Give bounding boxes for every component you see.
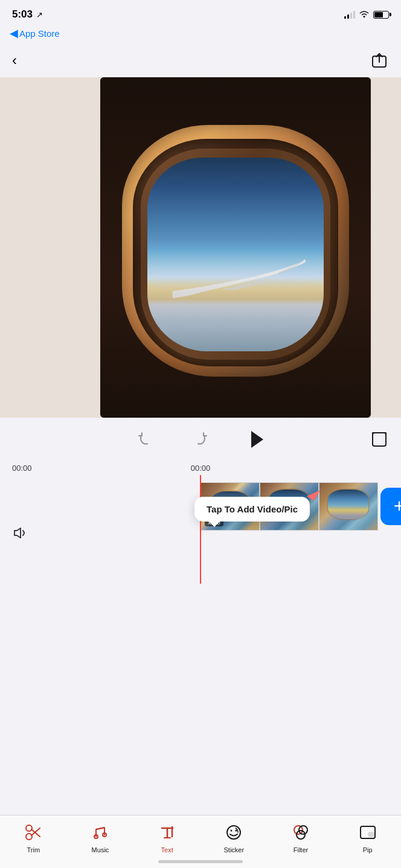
filter-icon (290, 822, 312, 843)
toolbar-item-filter[interactable]: Filter (277, 822, 325, 854)
text-label: Text (161, 846, 173, 854)
volume-svg (12, 526, 29, 540)
svg-point-3 (26, 834, 32, 840)
redo-icon (192, 431, 209, 448)
sticker-label: Sticker (223, 846, 244, 854)
toolbar-item-music[interactable]: Music (76, 822, 124, 854)
svg-point-4 (26, 825, 32, 831)
toolbar-item-trim[interactable]: Trim (9, 822, 57, 854)
signal-bar-2 (347, 14, 349, 19)
location-icon: ↗ (36, 10, 43, 19)
play-triangle-icon (251, 431, 263, 448)
tooltip-text: Tap To Add Video/Pic (207, 504, 298, 514)
trim-icon (22, 822, 44, 843)
trim-label: Trim (27, 846, 40, 854)
appstore-back-label[interactable]: App Store (19, 28, 60, 39)
share-button[interactable] (367, 48, 391, 72)
status-bar: 5:03 ↗ (0, 0, 401, 27)
status-right (344, 10, 389, 20)
undo-icon (136, 431, 153, 448)
pip-icon (357, 822, 379, 843)
toolbar-item-sticker[interactable]: Sticker (210, 822, 258, 854)
volume-icon (12, 528, 29, 543)
status-left: 5:03 ↗ (12, 8, 43, 21)
signal-bars (344, 10, 355, 19)
fullscreen-icon (371, 431, 388, 448)
home-indicator-bar (0, 860, 401, 863)
add-clip-plus-icon: + (394, 496, 401, 515)
fullscreen-button[interactable] (370, 430, 389, 449)
toolbar-item-pip[interactable]: Pip (344, 822, 392, 854)
tooltip-pointer (209, 522, 220, 527)
clip-thumb-3[interactable] (319, 482, 378, 531)
back-chevron-icon[interactable]: ◀ (10, 27, 18, 40)
time-label-mid: 00:00 (191, 464, 211, 473)
sticker-icon (223, 822, 245, 843)
playhead-line (200, 475, 201, 584)
video-preview-wrapper (0, 77, 401, 418)
clip-3-window (327, 488, 370, 520)
signal-bar-1 (344, 16, 346, 19)
filter-label: Filter (294, 846, 308, 854)
appstore-nav-row: ◀ App Store (0, 27, 401, 43)
svg-point-18 (297, 831, 305, 839)
wifi-icon (359, 10, 370, 20)
back-button[interactable]: ‹ (10, 49, 19, 71)
time-labels: 00:00 00:00 (0, 461, 401, 475)
signal-bar-3 (350, 13, 352, 19)
toolbar-item-text[interactable]: Text (143, 822, 191, 854)
filter-svg (292, 823, 310, 841)
text-svg (158, 823, 176, 841)
music-label: Music (92, 846, 109, 854)
signal-bar-4 (353, 11, 355, 19)
pip-svg (359, 823, 377, 841)
music-icon (89, 822, 111, 843)
home-indicator (158, 860, 243, 863)
timeline-area: 00:00 00:00 Tap To Add Video/Pic (0, 461, 401, 584)
battery-fill (374, 12, 383, 18)
text-icon (156, 822, 178, 843)
clip-3-sky (328, 490, 368, 519)
play-button[interactable] (243, 426, 269, 453)
undo-button[interactable] (132, 426, 158, 453)
volume-area (12, 526, 29, 544)
pip-label: Pip (363, 846, 373, 854)
svg-point-14 (231, 830, 233, 832)
video-preview (100, 77, 371, 418)
clouds (147, 278, 323, 316)
timeline-scroll[interactable]: Tap To Add Video/Pic (0, 475, 401, 584)
nav-header: ‹ (0, 43, 401, 77)
svg-rect-2 (373, 433, 386, 446)
svg-rect-20 (368, 832, 374, 837)
music-svg (91, 823, 109, 841)
sticker-svg (225, 823, 243, 841)
svg-line-9 (96, 828, 104, 829)
battery-icon (373, 11, 389, 19)
redo-button[interactable] (187, 426, 214, 453)
toolbar-spacer (0, 584, 401, 692)
add-clip-button[interactable]: + (380, 488, 401, 525)
status-time: 5:03 (12, 8, 33, 21)
svg-line-6 (31, 829, 40, 837)
window-sky (147, 158, 323, 351)
add-tooltip: Tap To Add Video/Pic (194, 497, 310, 522)
svg-line-5 (31, 828, 40, 835)
playback-controls (0, 418, 401, 461)
share-icon (370, 51, 388, 69)
scissors-svg (24, 823, 42, 841)
svg-point-15 (236, 830, 237, 832)
time-label-start: 00:00 (12, 464, 32, 473)
svg-point-0 (364, 16, 365, 18)
